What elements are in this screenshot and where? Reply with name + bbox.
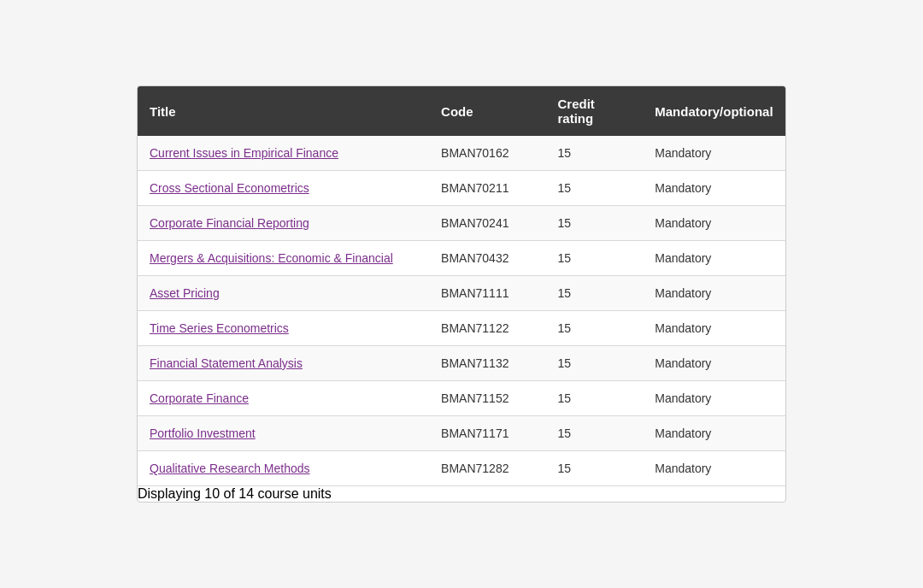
table-footer-row: Displaying 10 of 14 course units xyxy=(138,486,785,503)
course-credit-cell: 15 xyxy=(546,276,644,311)
course-title-link[interactable]: Time Series Econometrics xyxy=(150,321,289,335)
course-title-link[interactable]: Current Issues in Empirical Finance xyxy=(150,146,338,160)
course-credit-cell: 15 xyxy=(546,136,644,171)
course-title-link[interactable]: Asset Pricing xyxy=(150,286,220,300)
course-code-cell: BMAN70162 xyxy=(429,136,545,171)
table-row: Asset PricingBMAN7111115Mandatory xyxy=(138,276,785,311)
course-title-link[interactable]: Corporate Finance xyxy=(150,391,249,405)
course-title-cell: Asset Pricing xyxy=(138,276,429,311)
course-code-cell: BMAN71122 xyxy=(429,311,545,346)
table-row: Qualitative Research MethodsBMAN7128215M… xyxy=(138,451,785,486)
course-status-cell: Mandatory xyxy=(643,276,785,311)
table-row: Cross Sectional EconometricsBMAN7021115M… xyxy=(138,171,785,206)
course-status-cell: Mandatory xyxy=(643,381,785,416)
course-title-link[interactable]: Corporate Financial Reporting xyxy=(150,216,309,230)
course-status-cell: Mandatory xyxy=(643,346,785,381)
course-code-cell: BMAN70432 xyxy=(429,241,545,276)
table-row: Corporate Financial ReportingBMAN7024115… xyxy=(138,206,785,241)
course-credit-cell: 15 xyxy=(546,381,644,416)
table-row: Current Issues in Empirical FinanceBMAN7… xyxy=(138,136,785,171)
course-status-cell: Mandatory xyxy=(643,136,785,171)
table-header-row: Title Code Credit rating Mandatory/optio… xyxy=(138,86,785,136)
table-row: Time Series EconometricsBMAN7112215Manda… xyxy=(138,311,785,346)
course-title-link[interactable]: Mergers & Acquisitions: Economic & Finan… xyxy=(150,251,393,265)
table-row: Financial Statement AnalysisBMAN7113215M… xyxy=(138,346,785,381)
course-title-cell: Portfolio Investment xyxy=(138,416,429,451)
header-title: Title xyxy=(138,86,429,136)
course-code-cell: BMAN71111 xyxy=(429,276,545,311)
course-title-cell: Current Issues in Empirical Finance xyxy=(138,136,429,171)
course-credit-cell: 15 xyxy=(546,171,644,206)
table-row: Mergers & Acquisitions: Economic & Finan… xyxy=(138,241,785,276)
course-credit-cell: 15 xyxy=(546,451,644,486)
course-credit-cell: 15 xyxy=(546,311,644,346)
course-status-cell: Mandatory xyxy=(643,241,785,276)
header-code: Code xyxy=(429,86,545,136)
course-title-cell: Time Series Econometrics xyxy=(138,311,429,346)
header-credit-rating: Credit rating xyxy=(546,86,644,136)
course-table-container: Title Code Credit rating Mandatory/optio… xyxy=(137,85,786,503)
course-code-cell: BMAN71132 xyxy=(429,346,545,381)
course-code-cell: BMAN70211 xyxy=(429,171,545,206)
course-title-link[interactable]: Financial Statement Analysis xyxy=(150,356,303,370)
header-mandatory-optional: Mandatory/optional xyxy=(643,86,785,136)
table-row: Portfolio InvestmentBMAN7117115Mandatory xyxy=(138,416,785,451)
table-row: Corporate FinanceBMAN7115215Mandatory xyxy=(138,381,785,416)
course-title-cell: Cross Sectional Econometrics xyxy=(138,171,429,206)
course-title-cell: Qualitative Research Methods xyxy=(138,451,429,486)
course-status-cell: Mandatory xyxy=(643,171,785,206)
course-status-cell: Mandatory xyxy=(643,206,785,241)
footer-display-count: Displaying 10 of 14 course units xyxy=(138,486,785,503)
course-code-cell: BMAN71152 xyxy=(429,381,545,416)
course-code-cell: BMAN71171 xyxy=(429,416,545,451)
course-title-cell: Corporate Financial Reporting xyxy=(138,206,429,241)
course-code-cell: BMAN71282 xyxy=(429,451,545,486)
course-status-cell: Mandatory xyxy=(643,416,785,451)
course-credit-cell: 15 xyxy=(546,346,644,381)
course-title-cell: Mergers & Acquisitions: Economic & Finan… xyxy=(138,241,429,276)
course-status-cell: Mandatory xyxy=(643,311,785,346)
course-credit-cell: 15 xyxy=(546,241,644,276)
course-code-cell: BMAN70241 xyxy=(429,206,545,241)
course-title-link[interactable]: Cross Sectional Econometrics xyxy=(150,181,309,195)
course-table: Title Code Credit rating Mandatory/optio… xyxy=(138,86,785,502)
course-title-link[interactable]: Portfolio Investment xyxy=(150,426,256,440)
course-title-cell: Financial Statement Analysis xyxy=(138,346,429,381)
course-title-link[interactable]: Qualitative Research Methods xyxy=(150,462,310,475)
course-credit-cell: 15 xyxy=(546,416,644,451)
course-title-cell: Corporate Finance xyxy=(138,381,429,416)
course-status-cell: Mandatory xyxy=(643,451,785,486)
course-credit-cell: 15 xyxy=(546,206,644,241)
